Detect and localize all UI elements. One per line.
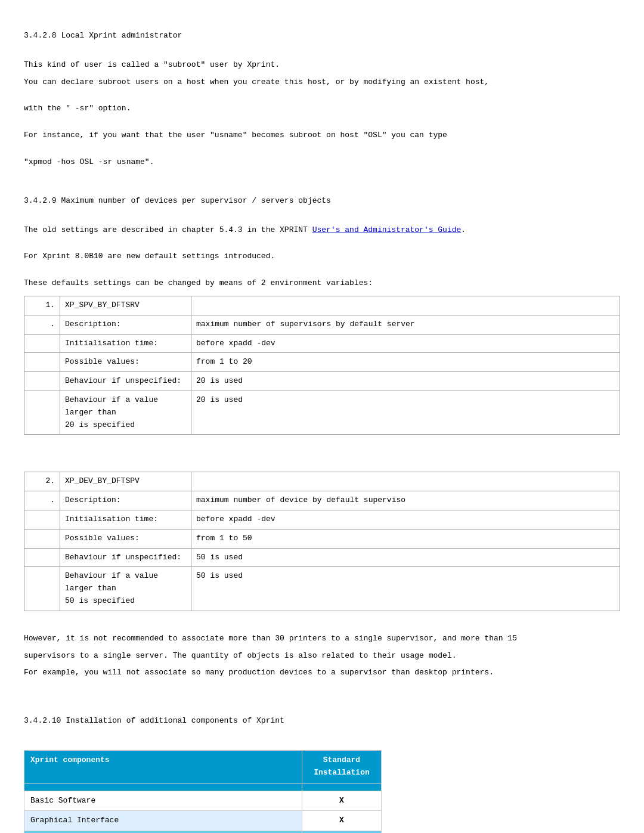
table-label-1-2: Possible values:: [60, 353, 191, 372]
component-standard-basic: X: [302, 791, 381, 811]
table-value-2-2: from 1 to 50: [191, 529, 620, 548]
var-header-empty-1: [191, 296, 620, 315]
table-number-2: 2.: [24, 472, 60, 491]
table-label-2-0: Description:: [60, 491, 191, 510]
table-value-1-3: 20 is used: [191, 372, 620, 391]
table-row: 2. XP_DEV_BY_DFTSPV: [24, 472, 620, 491]
para-3429-1-end: .: [461, 225, 466, 234]
table-value-2-0: maximum number of device by default supe…: [191, 491, 620, 510]
para-3428-5: "xpmod -hos OSL -sr usname".: [24, 156, 620, 169]
table-empty-1-1: [24, 334, 60, 353]
var-name-2: XP_DEV_BY_DFTSPV: [60, 472, 191, 491]
table-empty-2-1: [24, 510, 60, 529]
component-name-xpg3: XPG3 Emulation: [24, 831, 302, 833]
table-row: Initialisation time: before xpadd -dev: [24, 510, 620, 529]
para-3428-2: You can declare subroot users on a host …: [24, 76, 620, 89]
var-name-1: XP_SPV_BY_DFTSRV: [60, 296, 191, 315]
table-label-2-3: Behaviour if unspecified:: [60, 548, 191, 567]
table-value-2-1: before xpadd -dev: [191, 510, 620, 529]
standard-installation-header: StandardInstallation: [302, 750, 381, 783]
para-3429-3: These defaults settings can be changed b…: [24, 277, 620, 290]
para-3429-1: The old settings are described in chapte…: [24, 224, 620, 237]
para-3429-2: For Xprint 8.0B10 are new default settin…: [24, 250, 620, 263]
component-row-graphical: Graphical Interface X: [24, 811, 382, 831]
table-row: . Description: maximum number of supervi…: [24, 315, 620, 334]
para-after-table-3: For example, you will not associate so m…: [24, 667, 620, 679]
table-empty-2-3: [24, 548, 60, 567]
para-3428-4: For instance, if you want that the user …: [24, 129, 620, 142]
table-label-2-4: Behaviour if a value larger than50 is sp…: [60, 567, 191, 611]
table-label-2-1: Initialisation time:: [60, 510, 191, 529]
table-empty-2-2: [24, 529, 60, 548]
table-row: Behaviour if a value larger than20 is sp…: [24, 391, 620, 434]
xprint-components-table: Xprint components StandardInstallation B…: [24, 750, 382, 833]
table-number-1: 1.: [24, 296, 60, 315]
table-dot-1: .: [24, 315, 60, 334]
table-value-2-3: 50 is used: [191, 548, 620, 567]
para-after-table-1: However, it is not recommended to associ…: [24, 633, 620, 645]
table-row: . Description: maximum number of device …: [24, 491, 620, 510]
section-3428: 3.4.2.8 Local Xprint administrator This …: [24, 30, 620, 169]
heading-3429: 3.4.2.9 Maximum number of devices per su…: [24, 195, 620, 208]
spacer-cell-right: [302, 783, 381, 791]
table-value-1-2: from 1 to 20: [191, 353, 620, 372]
table-row: Behaviour if unspecified: 50 is used: [24, 548, 620, 567]
section-32410: 3.4.2.10 Installation of additional comp…: [24, 715, 620, 833]
para-3428-3: with the " -sr" option.: [24, 103, 620, 115]
components-header-row: Xprint components StandardInstallation: [24, 750, 382, 783]
table-empty-2-4: [24, 567, 60, 611]
heading-32410: 3.4.2.10 Installation of additional comp…: [24, 715, 620, 727]
table-label-1-3: Behaviour if unspecified:: [60, 372, 191, 391]
table-label-1-0: Description:: [60, 315, 191, 334]
component-name-graphical: Graphical Interface: [24, 811, 302, 831]
component-row-basic-software: Basic Software X: [24, 791, 382, 811]
component-standard-xpg3: [302, 831, 381, 833]
var-header-empty-2: [191, 472, 620, 491]
table-row: Initialisation time: before xpadd -dev: [24, 334, 620, 353]
table-value-2-4: 50 is used: [191, 567, 620, 611]
component-row-xpg3: XPG3 Emulation: [24, 831, 382, 833]
table-value-1-1: before xpadd -dev: [191, 334, 620, 353]
table-row: Behaviour if unspecified: 20 is used: [24, 372, 620, 391]
heading-3428: 3.4.2.8 Local Xprint administrator: [24, 30, 620, 42]
component-name-basic: Basic Software: [24, 791, 302, 811]
table-row: Possible values: from 1 to 50: [24, 529, 620, 548]
component-standard-graphical: X: [302, 811, 381, 831]
table-row: Behaviour if a value larger than50 is sp…: [24, 567, 620, 611]
para-3428-1: This kind of user is called a "subroot" …: [24, 59, 620, 72]
table-empty-1-4: [24, 391, 60, 434]
table-empty-1-3: [24, 372, 60, 391]
para-after-table-2: supervisors to a single server. The quan…: [24, 650, 620, 662]
spacer-cell-left: [24, 783, 302, 791]
table-row: Possible values: from 1 to 20: [24, 353, 620, 372]
section-3429: 3.4.2.9 Maximum number of devices per su…: [24, 195, 620, 290]
table-row: 1. XP_SPV_BY_DFTSRV: [24, 296, 620, 315]
table-xp-dev: 2. XP_DEV_BY_DFTSPV . Description: maxim…: [24, 472, 620, 611]
table-dot-2: .: [24, 491, 60, 510]
para-3429-1-text: The old settings are described in chapte…: [24, 225, 312, 234]
table-label-1-4: Behaviour if a value larger than20 is sp…: [60, 391, 191, 434]
components-header-label: Xprint components: [24, 750, 302, 783]
users-admin-guide-link[interactable]: User's and Administrator's Guide: [312, 225, 462, 234]
table-label-1-1: Initialisation time:: [60, 334, 191, 353]
table-value-1-4: 20 is used: [191, 391, 620, 434]
table-label-2-2: Possible values:: [60, 529, 191, 548]
table-empty-1-2: [24, 353, 60, 372]
components-spacer-row: [24, 783, 382, 791]
table-value-1-0: maximum number of supervisors by default…: [191, 315, 620, 334]
table-xp-spv: 1. XP_SPV_BY_DFTSRV . Description: maxim…: [24, 296, 620, 435]
